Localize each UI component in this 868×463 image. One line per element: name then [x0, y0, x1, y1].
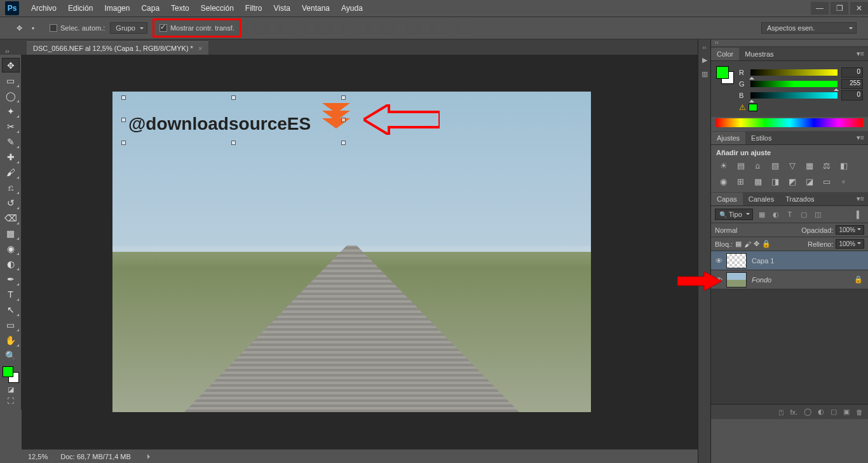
crop-tool[interactable]: ✂	[2, 119, 20, 134]
menu-view[interactable]: Vista	[268, 1, 295, 15]
lock-position-icon[interactable]: ✥	[754, 240, 759, 248]
gamut-warning[interactable]: ⚠	[739, 103, 863, 112]
colorbalance-icon[interactable]: ⚖	[820, 160, 832, 171]
layer-mask-icon[interactable]: ◯	[804, 408, 811, 416]
pen-tool[interactable]: ✒	[2, 272, 20, 286]
color-ramp[interactable]	[716, 118, 863, 127]
menu-edit[interactable]: Edición	[62, 1, 98, 15]
visibility-toggle-icon[interactable]: 👁	[711, 257, 726, 265]
healing-brush-tool[interactable]: ✚	[2, 149, 20, 164]
menu-layer[interactable]: Capa	[135, 1, 165, 15]
dist-right-icon[interactable]	[433, 22, 445, 34]
layer-name-fondo[interactable]: Fondo	[752, 276, 771, 284]
align-top-icon[interactable]	[254, 22, 266, 34]
align-right-icon[interactable]	[332, 22, 343, 34]
delete-layer-icon[interactable]: 🗑	[856, 408, 863, 416]
foreground-swatch[interactable]	[3, 366, 13, 377]
blend-mode-dropdown[interactable]: Normal	[715, 226, 799, 234]
layer-filter-dropdown[interactable]: 🔍 Tipo	[715, 209, 753, 220]
link-layers-icon[interactable]: ⍞	[779, 408, 783, 416]
eyedropper-tool[interactable]: ✎	[2, 134, 20, 149]
maximize-button[interactable]: ❐	[831, 2, 848, 15]
menu-file[interactable]: Archivo	[25, 1, 62, 15]
adjust-panel-menu-icon[interactable]: ▾≡	[857, 134, 864, 142]
document-canvas[interactable]: @downloadsourceES	[112, 92, 591, 412]
levels-icon[interactable]: ▤	[735, 160, 747, 171]
transform-bounding-box[interactable]	[124, 98, 343, 142]
filter-smart-icon[interactable]: ◫	[813, 209, 823, 219]
tab-styles[interactable]: Estilos	[745, 132, 777, 144]
tab-layers[interactable]: Capas	[711, 193, 743, 205]
r-slider[interactable]	[750, 69, 837, 76]
g-slider[interactable]	[750, 81, 837, 87]
marquee-tool[interactable]: ▭	[2, 73, 20, 88]
filter-adjust-icon[interactable]: ◐	[771, 209, 781, 219]
r-value[interactable]: 0	[841, 67, 863, 78]
b-slider[interactable]	[750, 92, 837, 99]
dist-hcenter-icon[interactable]	[420, 22, 431, 34]
posterize-icon[interactable]: ◩	[786, 176, 798, 187]
filter-toggle-icon[interactable]: ▌	[854, 209, 864, 219]
auto-align-icon[interactable]	[458, 22, 469, 34]
color-panel-menu-icon[interactable]: ▾≡	[857, 50, 864, 58]
tool-preset-dropdown-icon[interactable]: ▾	[27, 22, 39, 34]
menu-select[interactable]: Selección	[195, 1, 240, 15]
quickmask-toggle[interactable]: ◪	[2, 384, 20, 394]
expand-strip-icon[interactable]: ‹‹	[698, 45, 710, 51]
close-button[interactable]: ✕	[850, 2, 868, 15]
tab-paths[interactable]: Trazados	[780, 193, 820, 205]
channelmixer-icon[interactable]: ⊞	[735, 176, 747, 187]
lock-all-icon[interactable]: 🔒	[762, 240, 771, 248]
invert-icon[interactable]: ◨	[769, 176, 781, 187]
brightness-icon[interactable]: ☀	[717, 160, 729, 171]
new-fill-icon[interactable]: ◐	[818, 408, 824, 416]
fill-value[interactable]: 100%	[836, 239, 864, 249]
lock-pixels-icon[interactable]: 🖌	[744, 240, 751, 248]
move-tool[interactable]: ✥	[2, 58, 20, 73]
selectivecolor-icon[interactable]: ▫	[837, 176, 850, 187]
blur-tool[interactable]: ◉	[2, 241, 20, 256]
dodge-tool[interactable]: ◐	[2, 256, 20, 271]
dist-top-icon[interactable]	[356, 22, 367, 34]
layer-row-capa1[interactable]: 👁 Capa 1	[711, 251, 868, 270]
layers-panel-menu-icon[interactable]: ▾≡	[857, 195, 864, 203]
collapse-panels-icon[interactable]: ‹‹	[711, 39, 868, 47]
gradient-tool[interactable]: ▦	[2, 226, 20, 240]
zoom-value[interactable]: 12,5%	[28, 453, 48, 460]
menu-filter[interactable]: Filtro	[240, 1, 268, 15]
hand-tool[interactable]: ✋	[2, 333, 20, 347]
show-transform-checkbox[interactable]	[159, 24, 167, 32]
colorlookup-icon[interactable]: ▩	[752, 176, 764, 187]
align-left-icon[interactable]	[305, 22, 316, 34]
new-layer-icon[interactable]: ▣	[843, 408, 850, 416]
path-select-tool[interactable]: ↖	[2, 302, 20, 317]
document-tab[interactable]: DSC_0566.NEF al 12,5% (Capa 1, RGB/8/CMY…	[27, 41, 208, 55]
curves-icon[interactable]: ⩍	[752, 160, 764, 171]
menu-window[interactable]: Ventana	[296, 1, 336, 15]
layer-fx-icon[interactable]: fx.	[790, 408, 797, 416]
close-tab-icon[interactable]: ×	[198, 45, 202, 52]
vibrance-icon[interactable]: ▽	[786, 160, 798, 171]
zoom-tool[interactable]: 🔍	[2, 348, 20, 363]
align-hcenter-icon[interactable]	[318, 22, 330, 34]
menu-help[interactable]: Ayuda	[336, 1, 369, 15]
b-value[interactable]: 0	[841, 90, 863, 100]
workspace-dropdown[interactable]: Aspectos esen.	[761, 22, 857, 34]
doc-size-value[interactable]: Doc: 68,7 MB/71,4 MB	[60, 453, 131, 460]
lock-icon[interactable]: 🔒	[854, 275, 863, 284]
filter-pixel-icon[interactable]: ▦	[757, 209, 767, 219]
auto-select-target-dropdown[interactable]: Grupo	[110, 22, 147, 34]
move-tool-indicator-icon[interactable]: ✥	[13, 22, 25, 34]
status-flyout-icon[interactable]	[147, 454, 153, 459]
history-icon[interactable]: ▶	[700, 55, 710, 65]
menu-text[interactable]: Texto	[165, 1, 195, 15]
magic-wand-tool[interactable]: ✦	[2, 104, 20, 118]
menu-image[interactable]: Imagen	[98, 1, 135, 15]
auto-select-checkbox[interactable]: Selec. autom.:	[50, 24, 105, 32]
tab-channels[interactable]: Canales	[743, 193, 780, 205]
lasso-tool[interactable]: ◯	[2, 88, 20, 103]
history-brush-tool[interactable]: ↺	[2, 195, 20, 210]
clone-stamp-tool[interactable]: ⎌	[2, 180, 20, 195]
dist-bottom-icon[interactable]	[383, 22, 394, 34]
properties-icon[interactable]: ▥	[700, 69, 710, 79]
